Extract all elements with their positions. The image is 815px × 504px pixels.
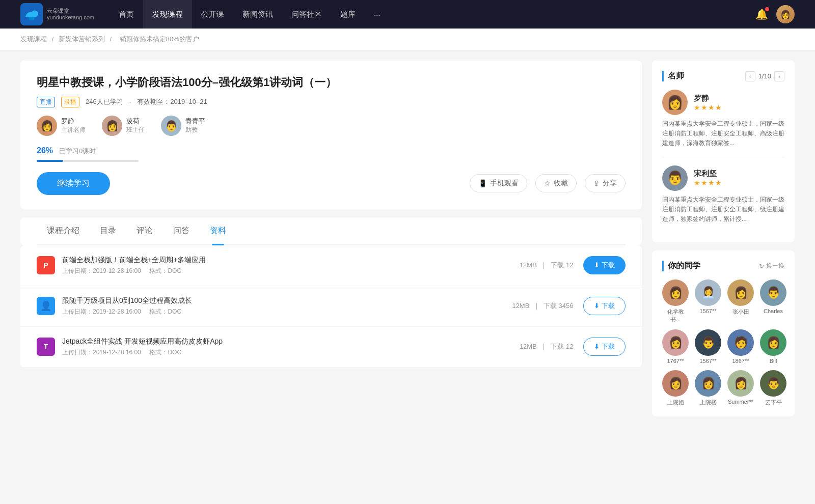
refresh-classmates-button[interactable]: ↻ 换一换 bbox=[759, 262, 784, 270]
classmate-8[interactable]: 👩 Bill bbox=[760, 329, 786, 364]
nav-discover[interactable]: 发现课程 bbox=[143, 0, 192, 29]
classmate-9[interactable]: 👩 上院姐 bbox=[662, 370, 689, 406]
tab-materials[interactable]: 资料 bbox=[200, 217, 236, 244]
share-label: 分享 bbox=[603, 179, 617, 188]
breadcrumb-series[interactable]: 新媒体营销系列 bbox=[59, 35, 105, 43]
download-button-3[interactable]: ⬇ 下载 bbox=[583, 338, 626, 356]
sidebar-teacher-1-name: 罗静 bbox=[694, 94, 722, 103]
teacher-1-avatar: 👩 bbox=[37, 116, 57, 136]
nav-more[interactable]: ··· bbox=[365, 0, 390, 29]
teacher-1-role: 主讲老师 bbox=[61, 126, 86, 134]
classmates-card: 你的同学 ↻ 换一换 👩 化学教书... 👩‍💼 1567* bbox=[652, 250, 795, 416]
file-downloads-1: 下载 12 bbox=[551, 261, 573, 269]
classmate-7-name: 1867** bbox=[732, 358, 749, 364]
teacher-3-role: 助教 bbox=[185, 126, 205, 134]
classmate-3-name: 张小田 bbox=[732, 308, 749, 316]
classmate-1[interactable]: 👩 化学教书... bbox=[662, 279, 689, 323]
file-item-2: 👤 跟随千万级项目从0到100全过程高效成长 上传日期：2019-12-28 1… bbox=[20, 286, 642, 327]
classmate-10[interactable]: 👩 上院楼 bbox=[695, 370, 721, 406]
classmate-12[interactable]: 👨 云下平 bbox=[760, 370, 786, 406]
continue-study-button[interactable]: 继续学习 bbox=[37, 172, 110, 195]
collect-button[interactable]: ☆ 收藏 bbox=[535, 174, 577, 192]
classmate-6-avatar: 👨 bbox=[695, 329, 721, 356]
classmates-grid: 👩 化学教书... 👩‍💼 1567** 👩 张小田 bbox=[662, 279, 784, 406]
star-icon: ☆ bbox=[544, 179, 551, 187]
refresh-icon: ↻ bbox=[759, 263, 764, 270]
action-row: 继续学习 📱 手机观看 ☆ 收藏 ⇪ 分享 bbox=[37, 172, 626, 195]
share-button[interactable]: ⇪ 分享 bbox=[585, 174, 626, 192]
teacher-1-info: 罗静 主讲老师 bbox=[61, 117, 86, 134]
tab-catalog[interactable]: 目录 bbox=[90, 217, 126, 244]
nav-news[interactable]: 新闻资讯 bbox=[233, 0, 282, 29]
teacher-1: 👩 罗静 主讲老师 bbox=[37, 116, 86, 136]
classmate-4[interactable]: 👨 Charles bbox=[760, 279, 786, 323]
file-date-2: 上传日期：2019-12-28 16:00 bbox=[62, 308, 141, 315]
nav-items: 首页 发现课程 公开课 新闻资讯 问答社区 题库 ··· bbox=[110, 0, 755, 29]
tab-comments[interactable]: 评论 bbox=[126, 217, 163, 244]
nav-qa[interactable]: 问答社区 bbox=[282, 0, 331, 29]
classmate-10-avatar: 👩 bbox=[695, 370, 721, 397]
file-size-1: 12MB bbox=[520, 261, 537, 269]
classmate-3[interactable]: 👩 张小田 bbox=[727, 279, 754, 323]
file-format-1: 格式：DOC bbox=[149, 267, 181, 274]
nav-home[interactable]: 首页 bbox=[110, 0, 143, 29]
user-avatar[interactable]: 👩 bbox=[776, 5, 795, 23]
classmate-6[interactable]: 👨 1567** bbox=[695, 329, 721, 364]
tabs-row: 课程介绍 目录 评论 问答 资料 bbox=[37, 217, 626, 245]
logo[interactable]: 云朵课堂 yunduoketang.com bbox=[20, 3, 94, 25]
download-button-1[interactable]: ⬇ 下载 bbox=[583, 256, 626, 274]
mobile-watch-button[interactable]: 📱 手机观看 bbox=[470, 174, 527, 192]
classmate-5-avatar: 👩 bbox=[662, 329, 689, 356]
file-stats-2: 12MB ｜ 下载 3456 bbox=[512, 301, 573, 311]
breadcrumb-discover[interactable]: 发现课程 bbox=[20, 35, 47, 43]
sidebar-teacher-2: 👨 宋利坚 ★★★★ 国内某重点大学安全工程专业硕士，国家一级注册消防工程师、注… bbox=[662, 165, 784, 233]
teachers-sidebar-title: 名师 bbox=[662, 71, 684, 81]
valid-until: 有效期至：2019–10–21 bbox=[137, 97, 207, 106]
classmate-4-avatar: 👨 bbox=[760, 279, 786, 306]
classmate-7-avatar: 🧑 bbox=[727, 329, 754, 356]
classmate-9-avatar: 👩 bbox=[662, 370, 689, 397]
classmate-5[interactable]: 👩 1767** bbox=[662, 329, 689, 364]
bell-icon[interactable]: 🔔 bbox=[755, 8, 768, 20]
teacher-page: 1/10 bbox=[758, 72, 771, 80]
teacher-2-name: 凌荷 bbox=[126, 117, 145, 126]
next-teacher-button[interactable]: › bbox=[774, 71, 784, 81]
avatar-img: 👩 bbox=[776, 5, 795, 23]
course-card: 明星中教授课，小学阶段语法100分–强化级第1讲动词（一） 直播 录播 246人… bbox=[20, 61, 642, 209]
teacher-2: 👩 凌荷 班主任 bbox=[102, 116, 145, 136]
progress-label: 已学习0课时 bbox=[59, 147, 96, 155]
classmate-2-avatar: 👩‍💼 bbox=[695, 279, 721, 306]
nav-questions[interactable]: 题库 bbox=[331, 0, 365, 29]
classmate-6-name: 1567** bbox=[699, 358, 716, 364]
tab-qa[interactable]: 问答 bbox=[163, 217, 200, 244]
notification-dot bbox=[765, 7, 769, 11]
classmate-11[interactable]: 👩 Summer** bbox=[727, 370, 754, 406]
file-downloads-2: 下载 3456 bbox=[544, 302, 574, 310]
classmates-title: 你的同学 bbox=[662, 261, 700, 271]
progress-percent: 26% bbox=[37, 146, 53, 155]
teacher-3-info: 青青平 助教 bbox=[185, 117, 205, 134]
teacher-2-info: 凌荷 班主任 bbox=[126, 117, 145, 134]
sidebar-teacher-2-stars: ★★★★ bbox=[694, 179, 722, 187]
classmate-2[interactable]: 👩‍💼 1567** bbox=[695, 279, 721, 323]
teacher-2-avatar: 👩 bbox=[102, 116, 122, 136]
download-button-2[interactable]: ⬇ 下载 bbox=[583, 297, 626, 315]
file-info-3: Jetpack全组件实战 开发短视频应用高仿皮皮虾App 上传日期：2019-1… bbox=[62, 337, 520, 357]
sidebar-teacher-1-header: 👩 罗静 ★★★★ bbox=[662, 90, 784, 115]
classmate-8-avatar: 👩 bbox=[760, 329, 786, 356]
sidebar-teacher-2-header: 👨 宋利坚 ★★★★ bbox=[662, 165, 784, 191]
files-section: P 前端全栈加强版！前端全栈+全周期+多端应用 上传日期：2019-12-28 … bbox=[20, 245, 642, 368]
content-area: 明星中教授课，小学阶段语法100分–强化级第1讲动词（一） 直播 录播 246人… bbox=[20, 61, 642, 425]
file-format-3: 格式：DOC bbox=[149, 349, 181, 356]
tab-intro[interactable]: 课程介绍 bbox=[37, 217, 90, 244]
file-meta-3: 上传日期：2019-12-28 16:00 格式：DOC bbox=[62, 348, 520, 357]
prev-teacher-button[interactable]: ‹ bbox=[745, 71, 755, 81]
mobile-icon: 📱 bbox=[478, 179, 487, 187]
file-date-3: 上传日期：2019-12-28 16:00 bbox=[62, 349, 141, 356]
navbar: 云朵课堂 yunduoketang.com 首页 发现课程 公开课 新闻资讯 问… bbox=[0, 0, 815, 29]
nav-opencourse[interactable]: 公开课 bbox=[192, 0, 233, 29]
classmates-title-row: 你的同学 ↻ 换一换 bbox=[662, 261, 784, 271]
teacher-1-name: 罗静 bbox=[61, 117, 86, 126]
teachers-title-row: 名师 ‹ 1/10 › bbox=[662, 71, 784, 81]
classmate-7[interactable]: 🧑 1867** bbox=[727, 329, 754, 364]
